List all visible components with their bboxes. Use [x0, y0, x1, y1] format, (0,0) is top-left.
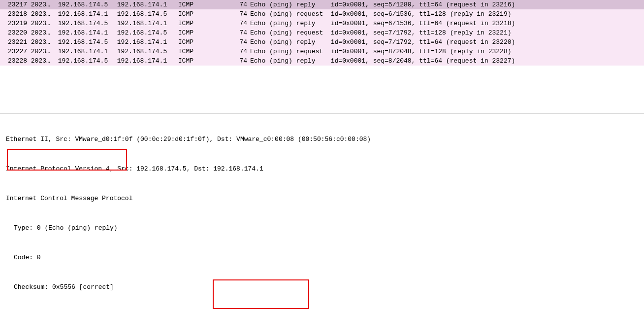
- col-number: 23217: [0, 0, 27, 9]
- col-info: Echo (ping) reply id=0x0001, seq=7/1792,…: [247, 37, 644, 47]
- col-protocol: ICMP: [174, 47, 232, 56]
- packet-row[interactable]: 23220 2023… 192.168.174.1 192.168.174.5 …: [0, 28, 644, 37]
- col-number: 23228: [0, 56, 27, 66]
- col-number: 23221: [0, 37, 27, 47]
- col-info: Echo (ping) reply id=0x0001, seq=6/1536,…: [247, 19, 644, 28]
- col-source: 192.168.174.1: [54, 9, 113, 19]
- col-source: 192.168.174.1: [54, 28, 113, 37]
- col-destination: 192.168.174.1: [113, 0, 174, 9]
- packet-row[interactable]: 23219 2023… 192.168.174.5 192.168.174.1 …: [0, 19, 644, 28]
- col-info: Echo (ping) reply id=0x0001, seq=5/1280,…: [247, 0, 644, 9]
- packet-row[interactable]: 23228 2023… 192.168.174.5 192.168.174.1 …: [0, 56, 644, 66]
- col-source: 192.168.174.1: [54, 47, 113, 56]
- col-source: 192.168.174.5: [54, 56, 113, 66]
- col-protocol: ICMP: [174, 19, 232, 28]
- col-time: 2023…: [27, 56, 54, 66]
- col-protocol: ICMP: [174, 37, 232, 47]
- col-time: 2023…: [27, 28, 54, 37]
- col-number: 23219: [0, 19, 27, 28]
- packet-list[interactable]: 23217 2023… 192.168.174.5 192.168.174.1 …: [0, 0, 644, 66]
- col-time: 2023…: [27, 37, 54, 47]
- col-length: 74: [232, 28, 247, 37]
- detail-ethernet[interactable]: Ethernet II, Src: VMware_d0:1f:0f (00:0c…: [0, 135, 644, 144]
- col-protocol: ICMP: [174, 56, 232, 66]
- col-protocol: ICMP: [174, 9, 232, 19]
- col-length: 74: [232, 0, 247, 9]
- col-time: 2023…: [27, 0, 54, 9]
- col-length: 74: [232, 56, 247, 66]
- col-info: Echo (ping) request id=0x0001, seq=6/153…: [247, 9, 644, 19]
- packet-row[interactable]: 23217 2023… 192.168.174.5 192.168.174.1 …: [0, 0, 644, 9]
- col-info: Echo (ping) request id=0x0001, seq=8/204…: [247, 47, 644, 56]
- col-source: 192.168.174.5: [54, 19, 113, 28]
- col-destination: 192.168.174.5: [113, 28, 174, 37]
- col-destination: 192.168.174.5: [113, 47, 174, 56]
- packet-details-pane[interactable]: Ethernet II, Src: VMware_d0:1f:0f (00:0c…: [0, 114, 644, 311]
- packet-row[interactable]: 23221 2023… 192.168.174.5 192.168.174.1 …: [0, 37, 644, 47]
- packet-row[interactable]: 23218 2023… 192.168.174.1 192.168.174.5 …: [0, 9, 644, 19]
- col-length: 74: [232, 19, 247, 28]
- col-destination: 192.168.174.1: [113, 19, 174, 28]
- col-time: 2023…: [27, 19, 54, 28]
- col-number: 23220: [0, 28, 27, 37]
- col-time: 2023…: [27, 9, 54, 19]
- col-length: 74: [232, 47, 247, 56]
- col-protocol: ICMP: [174, 0, 232, 9]
- packet-row[interactable]: 23227 2023… 192.168.174.1 192.168.174.5 …: [0, 47, 644, 56]
- col-time: 2023…: [27, 47, 54, 56]
- detail-ip[interactable]: Internet Protocol Version 4, Src: 192.16…: [0, 164, 644, 174]
- col-info: Echo (ping) request id=0x0001, seq=7/179…: [247, 28, 644, 37]
- col-length: 74: [232, 9, 247, 19]
- col-info: Echo (ping) reply id=0x0001, seq=8/2048,…: [247, 56, 644, 66]
- detail-icmp[interactable]: Internet Control Message Protocol: [0, 194, 644, 204]
- detail-icmp-type[interactable]: Type: 0 (Echo (ping) reply): [0, 223, 644, 233]
- col-length: 74: [232, 37, 247, 47]
- col-source: 192.168.174.5: [54, 0, 113, 9]
- detail-icmp-code[interactable]: Code: 0: [0, 253, 644, 263]
- col-source: 192.168.174.5: [54, 37, 113, 47]
- col-destination: 192.168.174.1: [113, 37, 174, 47]
- col-destination: 192.168.174.5: [113, 9, 174, 19]
- detail-icmp-checksum[interactable]: Checksum: 0x5556 [correct]: [0, 282, 644, 292]
- col-number: 23218: [0, 9, 27, 19]
- col-number: 23227: [0, 47, 27, 56]
- col-protocol: ICMP: [174, 28, 232, 37]
- col-destination: 192.168.174.1: [113, 56, 174, 66]
